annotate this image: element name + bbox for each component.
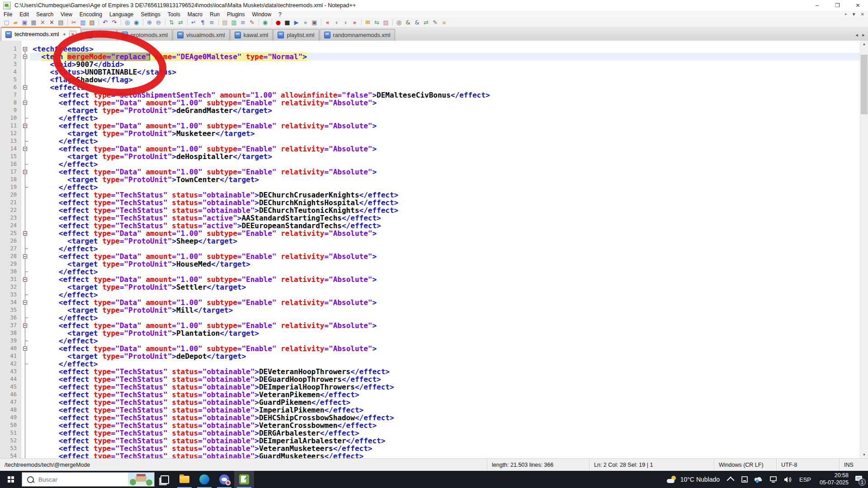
code-line[interactable]: 24 <effect type="TechStatus" status="act… xyxy=(0,222,860,230)
code-text[interactable]: <target type="ProtoUnit">deHospitaller</… xyxy=(30,153,860,160)
word-wrap-icon[interactable]: ↵ xyxy=(189,19,198,27)
code-line[interactable]: 2 <tech mergeMode="replace" name="DEAge0… xyxy=(0,53,860,61)
fold-margin-cell[interactable] xyxy=(21,137,30,145)
maximize-button[interactable]: ❐ xyxy=(827,0,848,11)
compare-icon[interactable]: ⇆ xyxy=(373,19,381,27)
code-line[interactable]: 46 <effect type="TechStatus" status="obt… xyxy=(0,391,860,399)
print-icon[interactable]: ▤ xyxy=(57,19,65,27)
zoom-out-icon[interactable]: ⊖ xyxy=(154,19,163,27)
menu-run[interactable]: Run xyxy=(206,11,223,18)
jump-last-icon[interactable]: » xyxy=(350,19,359,27)
code-line[interactable]: 7 <effect type="SetOnShipmentSentTech" a… xyxy=(0,91,860,99)
code-line[interactable]: 32 <target type="ProtoUnit">Settler</tar… xyxy=(0,283,860,291)
code-text[interactable]: </effect> xyxy=(30,137,860,145)
show-all-characters-icon[interactable]: ¶ xyxy=(198,19,207,27)
fold-margin-cell[interactable] xyxy=(21,422,30,429)
fold-margin-cell[interactable] xyxy=(21,283,30,291)
fold-margin-cell[interactable] xyxy=(21,445,30,452)
fold-collapse-icon[interactable] xyxy=(23,124,27,128)
code-line[interactable]: 15 <target type="ProtoUnit">deHospitalle… xyxy=(0,153,860,160)
fold-margin-cell[interactable] xyxy=(21,268,30,276)
fold-margin-cell[interactable] xyxy=(21,375,30,383)
vertical-scrollbar[interactable]: ▲ ▼ xyxy=(860,41,868,458)
code-line[interactable]: 31 <effect type="Data" amount="1.00" sub… xyxy=(0,276,860,283)
fold-margin-cell[interactable] xyxy=(21,183,30,191)
code-text[interactable]: <effect type="Data" amount="1.00" subtyp… xyxy=(30,345,860,352)
code-text[interactable]: <effect type="TechStatus" status="obtain… xyxy=(30,199,860,206)
volume-icon[interactable] xyxy=(784,476,792,483)
code-text[interactable]: </effect> xyxy=(30,291,860,299)
copy-icon[interactable]: ▥ xyxy=(79,19,87,27)
tab-scroll-left-icon[interactable]: ◂ xyxy=(854,32,859,38)
scrollbar-thumb[interactable] xyxy=(861,55,868,114)
code-text[interactable]: <effect type="TechStatus" status="obtain… xyxy=(30,399,860,406)
tab-close-icon[interactable]: ✕ xyxy=(69,31,76,38)
macro-stop-icon[interactable]: ■ xyxy=(283,19,292,27)
code-text[interactable]: <effect type="TechStatus" status="obtain… xyxy=(30,383,860,391)
code-line[interactable]: 16 </effect> xyxy=(0,160,860,168)
fold-margin-cell[interactable] xyxy=(21,329,30,337)
fold-margin-cell[interactable] xyxy=(21,206,30,214)
code-line[interactable]: 10 </effect> xyxy=(0,114,860,122)
code-line[interactable]: 45 <effect type="TechStatus" status="obt… xyxy=(0,383,860,391)
fold-margin-cell[interactable] xyxy=(21,237,30,245)
status-insert-mode[interactable]: INS xyxy=(839,459,868,471)
fold-margin-cell[interactable] xyxy=(21,368,30,375)
code-line[interactable]: 53 <effect type="TechStatus" status="obt… xyxy=(0,445,860,452)
undo-icon[interactable]: ↶ xyxy=(101,19,109,27)
close-all-icon[interactable]: ✕ xyxy=(47,19,56,27)
code-text[interactable]: <effect type="SetOnShipmentSentTech" amo… xyxy=(30,91,860,99)
html-entities-icon[interactable]: & xyxy=(404,19,412,27)
tab-pin-icon[interactable]: ✦ xyxy=(62,32,66,38)
fold-margin-cell[interactable] xyxy=(21,260,30,268)
zoom-in-icon[interactable]: ⊕ xyxy=(145,19,154,27)
fold-collapse-icon[interactable] xyxy=(23,47,27,51)
code-text[interactable]: <effect type="TechStatus" status="active… xyxy=(30,214,860,222)
status-encoding[interactable]: UTF-8 xyxy=(776,459,839,471)
fold-margin-cell[interactable] xyxy=(21,145,30,153)
editor[interactable]: 1<techtreemods>2 <tech mergeMode="replac… xyxy=(0,41,868,458)
fold-collapse-icon[interactable] xyxy=(23,170,27,174)
code-line[interactable]: 17 <effect type="Data" amount="1.00" sub… xyxy=(0,168,860,176)
code-text[interactable]: <effect type="TechStatus" status="obtain… xyxy=(30,206,860,214)
fold-margin-cell[interactable] xyxy=(21,406,30,414)
code-line[interactable]: 49 <effect type="TechStatus" status="obt… xyxy=(0,414,860,422)
fold-collapse-icon[interactable] xyxy=(23,55,27,59)
code-line[interactable]: 26 <target type="ProtoUnit">Sheep</targe… xyxy=(0,237,860,245)
code-line[interactable]: 48 <effect type="TechStatus" status="obt… xyxy=(0,406,860,414)
code-text[interactable]: <effect type="TechStatus" status="obtain… xyxy=(30,368,860,375)
fold-margin-cell[interactable] xyxy=(21,399,30,406)
code-line[interactable]: 25 <effect type="Data" amount="1.00" sub… xyxy=(0,230,860,237)
code-text[interactable]: </effect> xyxy=(30,314,860,322)
fold-margin-cell[interactable] xyxy=(21,245,30,253)
close-file-icon[interactable]: ✕ xyxy=(38,19,47,27)
code-line[interactable]: 34 <effect type="Data" amount="1.00" sub… xyxy=(0,299,860,306)
fold-margin-cell[interactable] xyxy=(21,199,30,206)
fold-margin-cell[interactable] xyxy=(21,153,30,160)
menu-settings[interactable]: Settings xyxy=(137,11,164,18)
code-text[interactable]: <effect type="TechStatus" status="obtain… xyxy=(30,437,860,445)
code-text[interactable]: <effect type="TechStatus" status="obtain… xyxy=(30,191,860,199)
fold-margin-cell[interactable] xyxy=(21,68,30,76)
file-explorer-icon[interactable] xyxy=(175,471,194,488)
fold-margin-cell[interactable] xyxy=(21,114,30,122)
fold-collapse-icon[interactable] xyxy=(23,85,27,89)
minimize-button[interactable]: – xyxy=(807,0,827,11)
fold-margin-cell[interactable] xyxy=(21,191,30,199)
code-text[interactable]: <target type="ProtoUnit">deDepot</target… xyxy=(30,352,860,360)
code-text[interactable]: <tech mergeMode="replace" name="DEAge0Ma… xyxy=(30,53,860,61)
fold-margin-cell[interactable] xyxy=(21,130,30,137)
fold-margin-cell[interactable] xyxy=(21,76,30,84)
menu-plugins[interactable]: Plugins xyxy=(223,11,248,18)
fold-collapse-icon[interactable] xyxy=(23,324,27,328)
code-text[interactable]: <dbid>9007</dbid> xyxy=(30,61,860,68)
tab-scroll-right-icon[interactable]: ▸ xyxy=(861,32,866,38)
tab-protomods-xml[interactable]: protomods.xml xyxy=(117,29,172,41)
menu-macro[interactable]: Macro xyxy=(184,11,206,18)
code-text[interactable]: <effect type="Data" amount="1.00" subtyp… xyxy=(30,122,860,130)
fold-margin-cell[interactable] xyxy=(21,99,30,107)
code-line[interactable]: 35 <target type="ProtoUnit">Mill</target… xyxy=(0,306,860,314)
fold-margin-cell[interactable] xyxy=(21,299,30,306)
macro-play-icon[interactable]: ▶ xyxy=(292,19,301,27)
code-line[interactable]: 23 <effect type="TechStatus" status="act… xyxy=(0,214,860,222)
